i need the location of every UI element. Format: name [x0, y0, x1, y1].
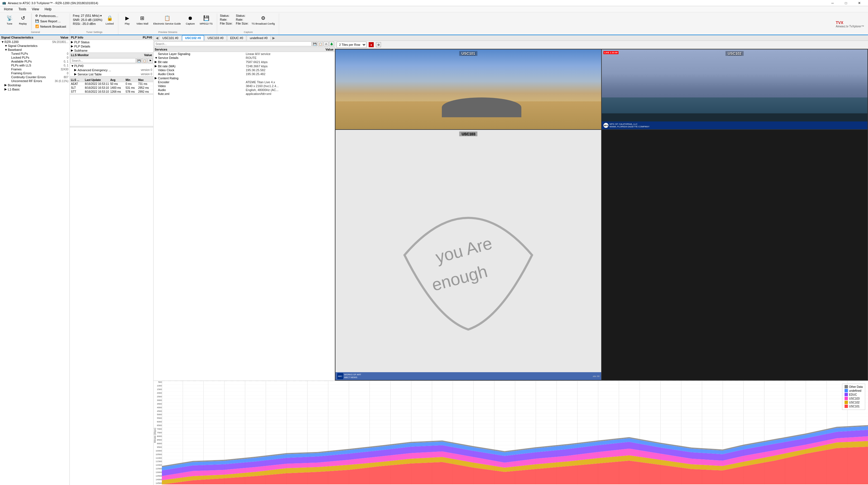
y-label-10000: 10000 [156, 450, 162, 452]
video-wall-button[interactable]: ⊞ Video Wall [134, 13, 150, 26]
menu-tools[interactable]: Tools [16, 7, 29, 12]
lls-table-row-aeat[interactable]: AEAT 8/16/2022 16:53:11 50 ms 0 ms 731 m… [70, 82, 153, 86]
plp-status-row[interactable]: ▶ PLP Status [70, 40, 153, 44]
capture-button[interactable]: ⏺ Capture [184, 13, 197, 26]
plp-subframe-row[interactable]: ▶ Subframe [70, 48, 153, 53]
service-audio-row[interactable]: Audio English, 48000Hz (AC... [154, 88, 335, 92]
service-content-rating-row[interactable]: ▶ Content Rating [154, 76, 335, 80]
service-search-input[interactable] [154, 41, 312, 47]
tiles-gear-btn[interactable]: ⚙ [376, 42, 381, 47]
service-tree[interactable]: Service Layer Signaling Linear A/V servi… [154, 52, 335, 381]
service-video-clock-row[interactable]: Video Clock 195:36:25.582 [154, 68, 335, 72]
service-video-label: Video [158, 84, 246, 88]
tree-row-tuned-plps[interactable]: Tuned PLPs 0 [0, 52, 69, 56]
tree-row-available-plps[interactable]: Available PLPs 0, 1 [0, 59, 69, 63]
save-report-icon: 💾 [35, 19, 39, 23]
preferences-button[interactable]: ⚙ Preferences... [34, 13, 67, 18]
tree-row-l1basic[interactable]: ▶ L1-Basic [0, 87, 69, 91]
lls-stt-update: 8/16/2022 16:53:10 [85, 90, 110, 93]
tab-nav-left[interactable]: ◀ [155, 36, 159, 40]
tune-button[interactable]: 📡 Tune [3, 13, 16, 26]
service-bitrate-row[interactable]: ▶ Bit rate 7587.6621 kbps [154, 60, 335, 64]
play-icon: ▶ [123, 14, 131, 22]
lls-copy-icon[interactable]: 📋 [142, 58, 147, 63]
tiles-red-dot[interactable]: ● [369, 42, 374, 47]
y-label-11500: 11500 [156, 460, 162, 463]
left-col-value: Value [46, 36, 68, 39]
play-button[interactable]: ▶ Play [121, 13, 133, 26]
minimize-button[interactable]: ─ [826, 0, 839, 6]
tree-row-baseband[interactable]: ▼ Baseband [0, 48, 69, 52]
tab-undefined[interactable]: undefined #0 [247, 35, 271, 40]
service-tree-icon[interactable]: 🌲 [329, 41, 334, 47]
service-video-row[interactable]: Video 3840 x 2160 (hvc1.2.4... [154, 84, 335, 88]
network-broadcast-button[interactable]: 📶 Network Broadcast [34, 24, 67, 29]
lls-filter-icon[interactable]: ⚑ [148, 58, 153, 63]
tree-row-signal-char[interactable]: ▼ Signal Characteristics [0, 44, 69, 48]
tab-usc103[interactable]: USC103 #0 [205, 35, 227, 40]
tile-usc102-overlay-content: NPG NPG OF CALIFORNIA, LLCMIAMI, FLORIDA… [603, 123, 649, 128]
service-bitrate-value: 7587.6621 kbps [246, 60, 334, 64]
legend-usc101-label: USC101 [849, 405, 860, 408]
tree-row-plps-lls[interactable]: PLPs with LLS 0, 1 [0, 63, 69, 67]
service-save-icon[interactable]: 💾 [312, 41, 317, 47]
replay-button[interactable]: ↺ Replay [17, 13, 29, 26]
locked-button[interactable]: 🔒 Locked [103, 13, 116, 26]
lls-plp0-row[interactable]: ▼ PLP#0 [70, 64, 153, 68]
service-details-row[interactable]: ▼ Service Details ROUTE [154, 56, 335, 60]
legend-usc103: USC103 [844, 397, 863, 400]
tree-row-framing-errors[interactable]: Framing Errors 0 [0, 71, 69, 75]
ts-broadcast-config-button[interactable]: ⚙ TS Broadcast Config [249, 13, 277, 26]
maximize-button[interactable]: □ [840, 0, 852, 6]
rf-errors-label: Uncorrected RF Errors [11, 79, 42, 83]
left-tree-body[interactable]: ▼ RZR-1200 SN:201801... ▼ Signal Charact… [0, 40, 69, 485]
close-button[interactable]: ✕ [853, 0, 866, 6]
lls-search-input[interactable] [70, 58, 136, 63]
y-label-500: 500 [158, 381, 162, 383]
ts-broadcast-config-label: TS Broadcast Config [251, 22, 275, 25]
lls-section: LLS Monitor Value 💾 📋 ⚑ ▼ PLP#0 ▶ Advanc… [70, 53, 153, 485]
service-encoder-row[interactable]: Encoder ATEME Titan Live 4.x [154, 80, 335, 84]
service-encoder-value: ATEME Titan Live 4.x [246, 81, 334, 84]
ribbon-small-btns: ⚙ Preferences... 💾 Save Report ... 📶 Net… [34, 13, 67, 29]
lls-table-row-stt[interactable]: STT 8/16/2022 16:53:10 1268 ms 578 ms 29… [70, 90, 153, 94]
tree-row-rzr[interactable]: ▼ RZR-1200 SN:201801... [0, 40, 69, 44]
service-copy-icon[interactable]: 📋 [318, 41, 323, 47]
lls-save-icon[interactable]: 💾 [136, 58, 142, 63]
menu-view[interactable]: View [29, 7, 42, 12]
lls-slt-row[interactable]: ▶ Service List Table version 0 [70, 72, 153, 76]
save-report-button[interactable]: 💾 Save Report ... [34, 19, 67, 24]
lls-aeat-row[interactable]: ▶ Advanced Emergency ... version 0 [70, 68, 153, 72]
tab-usc101[interactable]: USC101 #0 [159, 35, 181, 40]
lls-aeat-update: 8/16/2022 16:53:11 [85, 82, 110, 86]
service-flute-row[interactable]: flute.xml application/fdt+xml [154, 92, 335, 96]
snr-value: SNR: 25.0 dB (100%) [73, 18, 102, 22]
lls-slt-min: 531 ms [126, 86, 138, 89]
tab-nav-right[interactable]: ▶ [271, 36, 276, 40]
plp-details-row[interactable]: ▶ PLP Details [70, 44, 153, 48]
mpeg2ts-button[interactable]: 💾 MPEG2-TS [198, 13, 215, 26]
left-col-name: Signal Characteristics [1, 36, 46, 39]
lls-table-row-slt[interactable]: SLT 8/16/2022 16:53:10 1400 ms 531 ms 29… [70, 86, 153, 90]
y-label-3000: 3000 [157, 399, 162, 401]
service-audio-clock-row[interactable]: Audio Clock 195:36:25.482 [154, 72, 335, 76]
tree-row-bootstrap[interactable]: ▶ Bootstrap [0, 83, 69, 87]
video-tile-usc102[interactable]: USC102 LIVE 1:33:09 NPG NPG OF CALIFORNI… [602, 50, 867, 129]
tiles-per-row-select[interactable]: 2 Tiles per Row 3 Tiles per Row 4 Tiles … [337, 41, 367, 48]
video-tile-usc101[interactable]: USC101 [336, 50, 601, 129]
menu-home[interactable]: Home [1, 7, 16, 12]
service-layer-signaling-row[interactable]: Service Layer Signaling Linear A/V servi… [154, 52, 335, 56]
tab-usc102[interactable]: USC102 #0 [182, 35, 204, 40]
tab-educ[interactable]: EDUC #0 [227, 35, 246, 40]
tree-row-continuity-errors[interactable]: Continuity Counter Errors 807 [0, 75, 69, 79]
video-tile-usc103[interactable]: USC103 you Are enough ABC [336, 130, 601, 380]
tree-row-rf-errors[interactable]: Uncorrected RF Errors 36 (0.11%) [0, 79, 69, 83]
tree-row-locked-plps[interactable]: Locked PLPs 0 [0, 56, 69, 59]
lls-th-max: Max [138, 79, 152, 82]
tree-row-frames[interactable]: Frames 32430 [0, 67, 69, 71]
service-bitrate-wa-row[interactable]: ▶ Bit rate (WA) 7248.3667 kbps [154, 64, 335, 68]
service-warning-icon[interactable]: ⚠ [323, 41, 329, 47]
esg-button[interactable]: 📋 Electronic Service Guide [151, 13, 183, 26]
menu-help[interactable]: Help [42, 7, 55, 12]
service-audio-clock-label: Audio Clock [158, 72, 246, 76]
